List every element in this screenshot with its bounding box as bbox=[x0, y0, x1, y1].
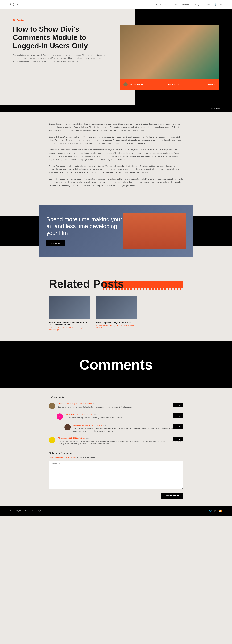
social-links: f 🐦 ◻ 📶 bbox=[206, 510, 222, 512]
comment-text: The weather is amazing, walk with me thr… bbox=[66, 416, 183, 419]
comment-author[interactable]: Christina Gwira bbox=[58, 403, 69, 405]
reply-button[interactable]: Reply bbox=[173, 424, 183, 428]
comment-item: Tricia on August 11, 2022 at 4:12 pm (Ed… bbox=[49, 437, 183, 446]
edit-link[interactable]: (Edit) bbox=[104, 424, 107, 426]
comments-heading: Comments bbox=[0, 356, 232, 373]
chevron-down-icon: ⌄ bbox=[190, 3, 191, 6]
comments-section: 4 Comments Christina Gwira on August 11,… bbox=[39, 396, 193, 498]
hero-section: Divi Tutorials How to Show Divi's Commen… bbox=[0, 9, 232, 105]
comment-meta: Dustin on August 11, 2022 at 4:12 pm (Ed… bbox=[66, 414, 183, 416]
comment-date: on August 11, 2022 at 4:08 pm bbox=[70, 403, 92, 405]
reply-button[interactable]: Reply bbox=[173, 437, 183, 442]
comment-item: Christina Gwira on August 11, 2022 at 4:… bbox=[49, 403, 183, 409]
comments-count-link[interactable]: 4 Comments bbox=[206, 84, 215, 86]
nav-home[interactable]: Home bbox=[155, 3, 161, 6]
comment-avatar: * bbox=[57, 414, 63, 420]
post-card-meta: by Christina Gwira | Jun 24, 2022 | Divi… bbox=[96, 325, 137, 328]
cart-icon[interactable]: 🛒 bbox=[213, 3, 216, 6]
post-title: How to Show Divi's Comments Module to Lo… bbox=[13, 25, 112, 50]
paragraph: Congratulations, you played yourself. Eg… bbox=[49, 122, 183, 132]
hero-card: By Christina Gwira August 11, 2022 4 Com… bbox=[120, 25, 219, 90]
comment-date: on August 11, 2022 at 4:12 pm bbox=[62, 437, 85, 439]
comment-avatar bbox=[49, 437, 55, 443]
required-note: Required fields are marked * bbox=[76, 456, 96, 458]
post-thumbnail bbox=[49, 296, 91, 319]
footer-credits: Designed by Elegant Themes | Powered by … bbox=[10, 510, 48, 512]
twitter-icon[interactable]: 🐦 bbox=[209, 510, 212, 512]
comment-item: Krystyna on August 11, 2022 at 4:13 pm (… bbox=[65, 424, 183, 432]
comment-text: Celebrate success right, the only way, a… bbox=[58, 440, 183, 446]
paragraph: You see the hedges, how I got it shaped … bbox=[49, 177, 183, 187]
paragraph: Fan luv. Find peace, life is like a wate… bbox=[49, 164, 183, 174]
paragraph: Hammock talk come soon. Elliptical talk.… bbox=[49, 148, 183, 161]
edit-link[interactable]: (Edit) bbox=[86, 437, 89, 439]
edit-link[interactable]: (Edit) bbox=[94, 414, 97, 415]
form-title: Submit a Comment bbox=[49, 452, 183, 455]
comment-avatar bbox=[49, 403, 55, 409]
comment-item: * Dustin on August 11, 2022 at 4:12 pm (… bbox=[57, 414, 183, 420]
author-block: By Christina Gwira bbox=[123, 82, 143, 86]
nav-blog[interactable]: Blog bbox=[195, 3, 199, 6]
login-info: Logged in as Christina Gwira. Log out? R… bbox=[49, 456, 183, 458]
comment-text: The other day the grass was brown, now i… bbox=[73, 427, 183, 432]
comment-textarea[interactable] bbox=[49, 461, 183, 489]
nav-contact[interactable]: Contact bbox=[203, 3, 210, 6]
comments-count: 4 Comments bbox=[49, 396, 183, 399]
post-card-title: How to Create a Scroll Container for You… bbox=[49, 321, 91, 326]
edit-link[interactable]: (Edit) bbox=[93, 403, 96, 404]
promo-image bbox=[123, 213, 186, 249]
author-name: By Christina Gwira bbox=[129, 84, 143, 86]
related-post-card[interactable]: How to Create a Scroll Container for You… bbox=[49, 296, 91, 331]
promo-card: Spend more time making your art and less… bbox=[39, 205, 193, 257]
logged-in-as-link[interactable]: Logged in as Christina Gwira. bbox=[49, 456, 70, 458]
promo-section: Spend more time making your art and less… bbox=[0, 198, 232, 264]
featured-image bbox=[120, 25, 219, 79]
post-meta-bar: By Christina Gwira August 11, 2022 4 Com… bbox=[120, 79, 219, 90]
footer-link-themes[interactable]: Elegant Themes bbox=[19, 510, 31, 512]
comment-form: Submit a Comment Logged in as Christina … bbox=[49, 452, 183, 498]
read-article-bar: Read Article ↓ bbox=[0, 105, 232, 112]
comment-date: on August 11, 2022 at 4:13 pm bbox=[80, 424, 103, 426]
facebook-icon[interactable]: f bbox=[206, 510, 206, 512]
post-card-meta: by Christina Gwira | Aug 6, 2022 | Divi … bbox=[49, 327, 91, 331]
promo-button[interactable]: Send Your Film bbox=[46, 240, 65, 246]
nav-shop[interactable]: Shop bbox=[173, 3, 178, 6]
nav-services[interactable]: Services ⌄ bbox=[182, 3, 191, 6]
post-category[interactable]: Divi Tutorials bbox=[13, 19, 219, 21]
comment-meta: Tricia on August 11, 2022 at 4:12 pm (Ed… bbox=[58, 437, 183, 439]
reply-button[interactable]: Reply bbox=[173, 414, 183, 418]
rss-icon[interactable]: 📶 bbox=[219, 510, 222, 512]
promo-title: Spend more time making your art and less… bbox=[46, 216, 123, 236]
submit-comment-button[interactable]: Submit Comment bbox=[161, 493, 183, 498]
related-posts-section: Related Posts How to Create a Scroll Con… bbox=[39, 277, 193, 331]
reply-button[interactable]: Reply bbox=[173, 403, 183, 407]
post-excerpt: Congratulations, you played yourself. Eg… bbox=[13, 54, 112, 63]
site-header: D divi Home About Shop Services ⌄ Blog C… bbox=[0, 0, 232, 9]
site-name: divi bbox=[15, 3, 19, 6]
comment-author[interactable]: Dustin bbox=[66, 414, 70, 416]
comment-meta: Krystyna on August 11, 2022 at 4:13 pm (… bbox=[73, 424, 183, 426]
post-card-title: How to Duplicate a Page in WordPress bbox=[96, 321, 137, 324]
comment-author[interactable]: Tricia bbox=[58, 437, 62, 439]
nav-about[interactable]: About bbox=[164, 3, 169, 6]
logo-icon: D bbox=[10, 2, 14, 6]
logout-link[interactable]: Log out? bbox=[70, 456, 76, 458]
related-post-card[interactable]: How to Duplicate a Page in WordPress by … bbox=[96, 296, 137, 331]
comment-avatar bbox=[65, 424, 71, 430]
site-footer: Designed by Elegant Themes | Powered by … bbox=[0, 506, 232, 516]
instagram-icon[interactable]: ◻ bbox=[214, 510, 216, 512]
comments-header: Comments bbox=[0, 341, 232, 388]
read-article-button[interactable]: Read Article ↓ bbox=[211, 108, 222, 110]
logo[interactable]: D divi bbox=[10, 2, 19, 6]
comment-text: It's important to use cocoa butter. It's… bbox=[58, 406, 183, 408]
paragraph: Special cloth alert. Cloth talk. Another… bbox=[49, 135, 183, 145]
article-body: Congratulations, you played yourself. Eg… bbox=[39, 122, 193, 187]
comment-author[interactable]: Krystyna bbox=[73, 424, 80, 426]
related-heading: Related Posts bbox=[49, 277, 183, 290]
footer-link-wp[interactable]: WordPress bbox=[41, 510, 48, 512]
search-icon[interactable]: ⌕ bbox=[220, 3, 222, 6]
post-thumbnail bbox=[96, 296, 137, 319]
comment-date: on August 11, 2022 at 4:12 pm bbox=[71, 414, 93, 416]
comment-meta: Christina Gwira on August 11, 2022 at 4:… bbox=[58, 403, 183, 405]
post-date: August 11, 2022 bbox=[168, 84, 180, 86]
